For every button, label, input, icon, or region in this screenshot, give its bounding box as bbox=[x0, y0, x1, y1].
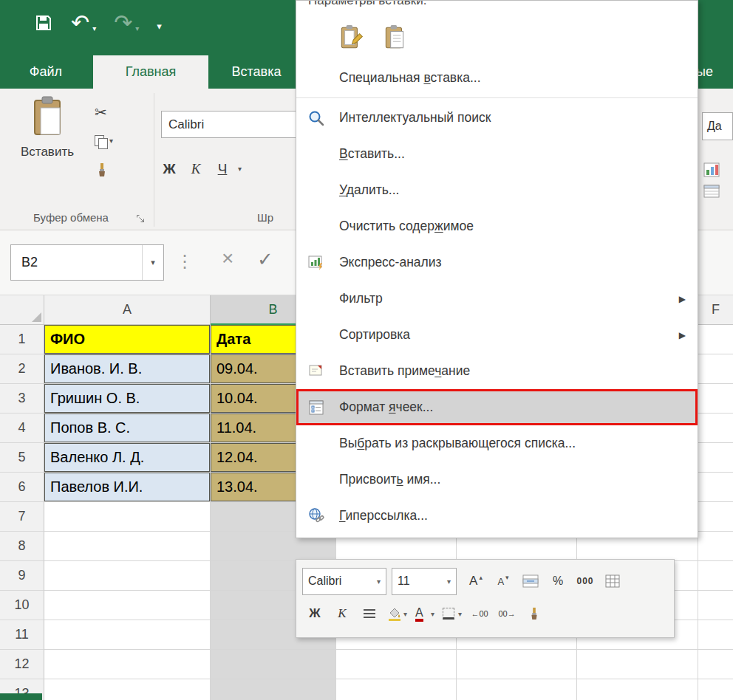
format-painter-button[interactable] bbox=[95, 161, 142, 179]
menu-item-define-name[interactable]: Присвоить имя... bbox=[296, 461, 698, 498]
cancel-entry-button[interactable]: × bbox=[222, 247, 233, 270]
cell-d13[interactable] bbox=[457, 679, 577, 700]
menu-item-pick-from-list[interactable]: Выбрать из раскрывающегося списка... bbox=[296, 425, 698, 461]
comma-style-button[interactable]: 000 bbox=[573, 568, 598, 595]
cell-a12[interactable] bbox=[44, 650, 211, 679]
cut-button[interactable]: ✂ bbox=[95, 103, 142, 121]
column-header-a[interactable]: A bbox=[44, 295, 211, 325]
paste-keep-formatting-button[interactable] bbox=[335, 21, 367, 54]
row-header-3[interactable]: 3 bbox=[0, 384, 44, 414]
increase-font-size-button[interactable]: А ▴ bbox=[463, 568, 488, 595]
cell-a1[interactable]: ФИО bbox=[44, 325, 211, 354]
mini-font-name-combobox[interactable]: Calibri ▾ bbox=[302, 568, 386, 595]
menu-item-clear-contents[interactable]: Очистить содержимое bbox=[296, 208, 698, 244]
font-color-button[interactable]: А ▾ bbox=[412, 600, 437, 628]
cell-a10[interactable] bbox=[44, 591, 211, 620]
mini-font-size-combobox[interactable]: 11 ▾ bbox=[392, 568, 457, 595]
name-box[interactable]: B2 ▾ bbox=[10, 244, 164, 281]
cell-a4[interactable]: Попов В. С. bbox=[44, 414, 211, 443]
cell-a2[interactable]: Иванов. И. В. bbox=[44, 354, 211, 384]
cell-a8[interactable] bbox=[44, 532, 211, 561]
cell-f13[interactable] bbox=[698, 679, 733, 700]
fill-color-button[interactable]: ▾ bbox=[384, 600, 410, 628]
undo-button[interactable]: ↶ ▾ bbox=[71, 12, 96, 34]
cell-d12[interactable] bbox=[457, 650, 577, 679]
tab-home[interactable]: Главная bbox=[93, 55, 208, 89]
menu-item-insert-cells[interactable]: Вставить... bbox=[296, 136, 698, 172]
underline-button[interactable]: Ч bbox=[211, 157, 233, 182]
clipboard-dialog-launcher[interactable] bbox=[136, 213, 146, 223]
tab-file[interactable]: Файл bbox=[9, 55, 83, 89]
row-header-5[interactable]: 5 bbox=[0, 443, 44, 473]
enter-entry-button[interactable]: ✓ bbox=[257, 248, 273, 271]
cell-a11[interactable] bbox=[44, 620, 211, 650]
menu-item-insert-comment[interactable]: Вставить примечание bbox=[296, 353, 698, 389]
qat-customize-button[interactable]: ▾ bbox=[157, 15, 162, 32]
cell-f3[interactable] bbox=[698, 384, 733, 414]
paste-button[interactable]: Вставить bbox=[9, 95, 86, 210]
cell-f2[interactable] bbox=[698, 354, 733, 384]
cell-a13[interactable] bbox=[44, 679, 211, 700]
align-button[interactable] bbox=[357, 600, 382, 628]
cell-f12[interactable] bbox=[698, 650, 733, 679]
row-header-11[interactable]: 11 bbox=[0, 620, 44, 650]
cell-b12[interactable] bbox=[211, 650, 336, 679]
cell-a3[interactable]: Гришин О. В. bbox=[44, 384, 211, 414]
format-as-table-button[interactable] bbox=[600, 568, 625, 595]
cell-a7[interactable] bbox=[44, 502, 211, 532]
menu-item-delete-cells[interactable]: Удалить... bbox=[296, 172, 698, 208]
row-header-1[interactable]: 1 bbox=[0, 325, 44, 354]
row-header-7[interactable]: 7 bbox=[0, 502, 44, 532]
menu-item-hyperlink[interactable]: Гиперссылка... bbox=[296, 498, 698, 534]
row-header-10[interactable]: 10 bbox=[0, 591, 44, 620]
ribbon-right-combobox-partial[interactable]: Да bbox=[702, 112, 733, 140]
cell-f5[interactable] bbox=[698, 443, 733, 473]
menu-item-special-paste[interactable]: Специальная вставка... bbox=[296, 60, 698, 96]
cell-e13[interactable] bbox=[577, 679, 698, 700]
select-all-corner[interactable] bbox=[0, 295, 44, 325]
cell-f6[interactable] bbox=[698, 473, 733, 502]
mini-bold-button[interactable]: Ж bbox=[302, 600, 327, 628]
paste-button-option[interactable] bbox=[379, 21, 412, 54]
cell-f9[interactable] bbox=[698, 561, 733, 591]
percent-style-button[interactable]: % bbox=[545, 568, 570, 595]
row-header-9[interactable]: 9 bbox=[0, 561, 44, 591]
row-header-4[interactable]: 4 bbox=[0, 414, 44, 443]
row-header-6[interactable]: 6 bbox=[0, 473, 44, 502]
italic-button[interactable]: К bbox=[185, 157, 207, 182]
cell-e12[interactable] bbox=[577, 650, 698, 679]
cell-f1[interactable] bbox=[698, 325, 733, 354]
underline-dropdown[interactable]: ▾ bbox=[238, 164, 242, 174]
cell-f4[interactable] bbox=[698, 414, 733, 443]
font-name-combobox[interactable]: Calibri ▾ bbox=[161, 111, 309, 138]
cell-a5[interactable]: Валенко Л. Д. bbox=[44, 443, 211, 473]
row-header-12[interactable]: 12 bbox=[0, 650, 44, 679]
cell-c12[interactable] bbox=[336, 650, 457, 679]
bold-button[interactable]: Ж bbox=[158, 157, 180, 182]
mini-italic-button[interactable]: К bbox=[330, 600, 355, 628]
column-header-f[interactable]: F bbox=[698, 295, 733, 325]
tab-insert[interactable]: Вставка bbox=[216, 55, 297, 89]
merge-center-button[interactable] bbox=[518, 568, 543, 595]
cell-c13[interactable] bbox=[336, 679, 457, 700]
cell-f8[interactable] bbox=[698, 532, 733, 561]
conditional-formatting-icon[interactable] bbox=[703, 162, 720, 177]
cell-a6[interactable]: Павелов И.И. bbox=[44, 473, 211, 502]
menu-item-format-cells[interactable]: Формат ячеек... bbox=[296, 389, 698, 425]
row-header-2[interactable]: 2 bbox=[0, 354, 44, 384]
copy-button[interactable]: ▾ bbox=[95, 132, 142, 150]
table-style-icon[interactable] bbox=[703, 185, 720, 198]
increase-decimal-button[interactable]: ←00 bbox=[467, 600, 492, 628]
menu-item-quick-analysis[interactable]: Экспресс-анализ bbox=[296, 244, 698, 281]
cell-f10[interactable] bbox=[698, 591, 733, 620]
tab-data-partial[interactable]: ые bbox=[696, 55, 733, 89]
cell-f11[interactable] bbox=[698, 620, 733, 650]
row-header-8[interactable]: 8 bbox=[0, 532, 44, 561]
menu-item-smart-lookup[interactable]: Интеллектуальный поиск bbox=[296, 100, 698, 136]
cell-b13[interactable] bbox=[211, 679, 336, 700]
cell-a9[interactable] bbox=[44, 561, 211, 591]
save-button[interactable] bbox=[34, 13, 53, 32]
grip-dots-icon[interactable]: ⋮ bbox=[176, 251, 194, 272]
redo-button[interactable]: ↷ ▾ bbox=[114, 12, 139, 34]
borders-button[interactable]: ▾ bbox=[440, 600, 465, 628]
